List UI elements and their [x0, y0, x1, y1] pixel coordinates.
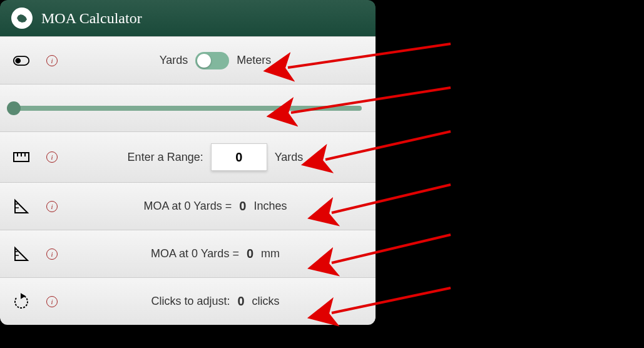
slider-thumb[interactable]	[7, 101, 21, 115]
unit-yards-label: Yards	[160, 54, 188, 67]
unit-meters-label: Meters	[237, 54, 271, 67]
moa-mm-label: MOA at 0 Yards =	[151, 247, 239, 260]
clicks-label: Clicks to adjust:	[151, 295, 230, 308]
calculator-header: MOA Calculator	[0, 0, 376, 36]
logo-icon	[11, 8, 33, 29]
toggle-knob	[197, 54, 211, 68]
info-icon[interactable]: i	[46, 296, 58, 307]
toggle-shape-icon	[11, 51, 31, 71]
range-slider-row	[0, 84, 376, 131]
moa-inches-row: i MOA at 0 Yards = 0 Inches	[0, 182, 376, 230]
unit-toggle[interactable]	[195, 52, 229, 69]
clicks-unit: clicks	[252, 295, 280, 308]
moa-calculator: MOA Calculator i Yards Meters i Enter a …	[0, 0, 376, 325]
ruler-icon	[11, 147, 31, 167]
info-icon[interactable]: i	[46, 151, 58, 163]
moa-inches-label: MOA at 0 Yards =	[143, 200, 232, 213]
clicks-row: i Clicks to adjust: 0 clicks	[0, 277, 376, 325]
moa-mm-unit: mm	[261, 247, 280, 260]
measure-icon	[11, 244, 31, 264]
info-icon[interactable]: i	[46, 55, 58, 66]
page-title: MOA Calculator	[41, 10, 142, 27]
range-label: Enter a Range:	[128, 151, 203, 164]
range-input[interactable]	[211, 143, 267, 171]
info-icon[interactable]: i	[46, 201, 58, 212]
svg-point-1	[16, 58, 20, 63]
moa-mm-row: i MOA at 0 Yards = 0 mm	[0, 230, 376, 277]
unit-toggle-row: i Yards Meters	[0, 36, 376, 84]
clicks-value: 0	[237, 294, 244, 309]
moa-inches-value: 0	[239, 199, 246, 213]
rotate-icon	[11, 292, 31, 312]
range-slider[interactable]	[14, 106, 362, 111]
measure-icon	[11, 197, 31, 217]
moa-inches-unit: Inches	[253, 200, 287, 213]
range-input-row: i Enter a Range: Yards	[0, 131, 376, 182]
info-icon[interactable]: i	[46, 248, 58, 260]
moa-mm-value: 0	[247, 247, 253, 261]
range-unit: Yards	[275, 151, 304, 164]
